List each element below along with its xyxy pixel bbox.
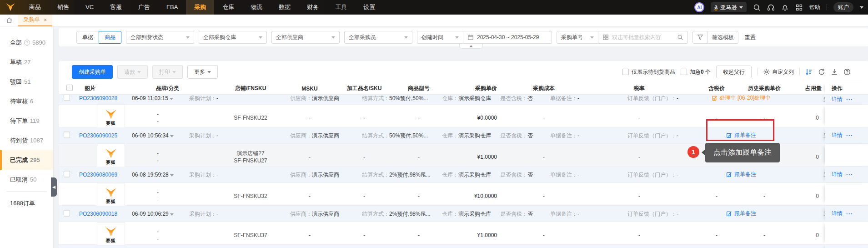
field-value: 演示采购仓库 xyxy=(458,171,491,177)
checkbox-icon[interactable] xyxy=(64,210,70,216)
help-link[interactable]: 帮助 xyxy=(809,4,820,11)
filter-template-button[interactable]: 筛选模板 xyxy=(707,31,738,44)
po-number-link[interactable]: PO2306080069 xyxy=(79,172,117,178)
followup-note-preview[interactable]: 处理中 [06-20]处理中 xyxy=(712,95,771,102)
chevron-down-icon[interactable] xyxy=(170,98,173,100)
chevron-down-icon[interactable] xyxy=(170,135,174,137)
search-input[interactable]: 双击可批量搜索内容 xyxy=(598,31,688,44)
ai-assistant-button[interactable]: AI xyxy=(694,2,704,12)
nav-item-仓库[interactable]: 仓库 xyxy=(214,0,242,15)
more-actions-button[interactable]: ··· xyxy=(846,132,853,139)
row-checkbox[interactable] xyxy=(64,210,70,218)
sidebar-item-label: 全部 xyxy=(10,39,22,47)
detail-link[interactable]: 详情 xyxy=(832,132,843,139)
reset-button[interactable]: 重置 xyxy=(743,34,758,41)
more-actions-button[interactable]: ··· xyxy=(846,211,853,217)
urgent-checkbox[interactable]: 加急0 个 xyxy=(681,68,711,76)
followup-note-button[interactable]: 跟单备注 xyxy=(726,171,756,178)
headset-icon[interactable] xyxy=(767,4,775,11)
filter-dropdown-全部到货状态[interactable]: 全部到货状态 xyxy=(126,31,194,44)
detail-link[interactable]: 详情 xyxy=(832,96,843,103)
row-checkbox[interactable] xyxy=(64,132,70,139)
nav-item-商品[interactable]: 商品 xyxy=(21,0,49,15)
followup-note-button[interactable]: 跟单备注 xyxy=(726,210,756,218)
checkbox-icon[interactable] xyxy=(66,85,73,91)
nav-item-数据[interactable]: 数据 xyxy=(271,0,299,15)
more-label: 更多 xyxy=(194,68,205,76)
nav-item-销售[interactable]: 销售 xyxy=(49,0,77,15)
checkbox-icon[interactable] xyxy=(681,69,687,75)
home-tab-button[interactable] xyxy=(0,17,18,24)
nav-item-财务[interactable]: 财务 xyxy=(299,0,327,15)
checkbox-icon[interactable] xyxy=(622,69,629,75)
nav-item-物流[interactable]: 物流 xyxy=(242,0,271,15)
field-value: 演示供应商 xyxy=(312,171,339,177)
filter-dropdown-全部采购仓库[interactable]: 全部采购仓库 xyxy=(199,31,267,44)
more-actions-button[interactable]: ··· xyxy=(846,96,853,103)
date-type-select[interactable]: 创建时间 xyxy=(417,31,463,44)
request-payment-button[interactable]: 请款 xyxy=(117,65,148,79)
sidebar-item-待审核[interactable]: 待审核6 xyxy=(0,91,53,111)
tab-purchase-orders[interactable]: 采购单 × xyxy=(18,15,52,26)
nav-item-VC[interactable]: VC xyxy=(77,0,102,15)
search-type-select[interactable]: 采购单号 xyxy=(557,31,598,44)
tab-close-icon[interactable]: × xyxy=(44,17,47,23)
filter-dropdown-全部供应商[interactable]: 全部供应商 xyxy=(271,31,340,44)
nav-item-设置[interactable]: 设置 xyxy=(355,0,383,15)
nav-item-FBA[interactable]: FBA xyxy=(158,0,186,15)
segment-单据[interactable]: 单据 xyxy=(76,31,99,44)
sidebar-item-label: 待下单 xyxy=(10,117,28,125)
detail-link[interactable]: 详情 xyxy=(832,171,843,178)
sidebar-item-已完成[interactable]: 已完成295 xyxy=(0,150,53,170)
sidebar-item-1688-orders[interactable]: 1688订单 xyxy=(0,193,53,213)
nav-item-广告[interactable]: 广告 xyxy=(130,0,158,15)
po-number-link[interactable]: PO2306090025 xyxy=(79,132,117,139)
question-circle-icon[interactable] xyxy=(843,68,851,76)
download-icon[interactable] xyxy=(831,68,838,76)
segment-商品[interactable]: 商品 xyxy=(99,31,121,44)
sidebar-item-驳回[interactable]: 驳回51 xyxy=(0,72,53,91)
checkbox-icon[interactable] xyxy=(64,171,70,177)
detail-link[interactable]: 详情 xyxy=(832,210,843,218)
more-actions-button[interactable]: ··· xyxy=(846,172,853,178)
po-number-link[interactable]: PO2306090028 xyxy=(79,95,117,101)
apps-grid-icon[interactable] xyxy=(795,4,803,11)
custom-columns-button[interactable]: 自定义列 xyxy=(763,68,794,76)
row-checkbox[interactable] xyxy=(64,95,70,102)
nav-item-客服[interactable]: 客服 xyxy=(102,0,130,15)
collapse-parent-rows-button[interactable]: 收起父行 xyxy=(716,66,752,78)
search-icon[interactable] xyxy=(677,34,683,40)
sidebar-item-全部[interactable]: 全部?5890 xyxy=(0,33,53,52)
brand-category-cell: -- xyxy=(146,228,219,243)
po-number-link[interactable]: PO2306090018 xyxy=(79,211,117,217)
search-icon[interactable] xyxy=(753,4,761,11)
create-po-button[interactable]: 创建采购单 xyxy=(72,65,113,79)
refresh-icon[interactable] xyxy=(818,68,825,76)
checkbox-icon[interactable] xyxy=(64,95,70,101)
advanced-filter-button[interactable] xyxy=(692,31,708,44)
print-button[interactable]: 打印 xyxy=(152,65,183,79)
sidebar-collapse-handle[interactable]: ◀ xyxy=(51,177,57,197)
chevron-down-icon[interactable] xyxy=(170,213,174,216)
checkbox-icon[interactable] xyxy=(64,132,70,138)
sidebar-item-草稿[interactable]: 草稿27 xyxy=(0,52,53,72)
nav-item-工具[interactable]: 工具 xyxy=(327,0,355,15)
date-range-input[interactable]: 2025-04-30 ~ 2025-05-29 xyxy=(463,31,552,44)
account-chevron-down-icon[interactable] xyxy=(860,6,863,9)
more-button[interactable]: 更多 xyxy=(187,65,218,79)
sidebar-item-待下单[interactable]: 待下单119 xyxy=(0,111,53,131)
sidebar-item-已取消[interactable]: 已取消50 xyxy=(0,170,53,189)
sidebar-item-待到货[interactable]: 待到货1087 xyxy=(0,131,53,150)
nav-item-采购[interactable]: 采购 xyxy=(186,0,214,15)
account-button[interactable]: 账户 xyxy=(833,2,853,12)
field-label: 供应商： xyxy=(290,95,312,101)
row-checkbox[interactable] xyxy=(64,171,70,178)
po-row: PO230609002806-09 11:03:15采购计划：-供应商：演示供应… xyxy=(59,95,868,105)
filter-collapse-button[interactable] xyxy=(459,44,483,49)
notification-bell-icon[interactable] xyxy=(781,4,789,11)
store-selector[interactable]: a 亚马逊 xyxy=(711,2,747,12)
only-pending-checkbox[interactable]: 仅展示待到货商品 xyxy=(622,68,675,76)
list-settings-icon[interactable] xyxy=(805,68,813,76)
chevron-down-icon[interactable] xyxy=(170,174,174,177)
filter-dropdown-全部采购员[interactable]: 全部采购员 xyxy=(344,31,412,44)
